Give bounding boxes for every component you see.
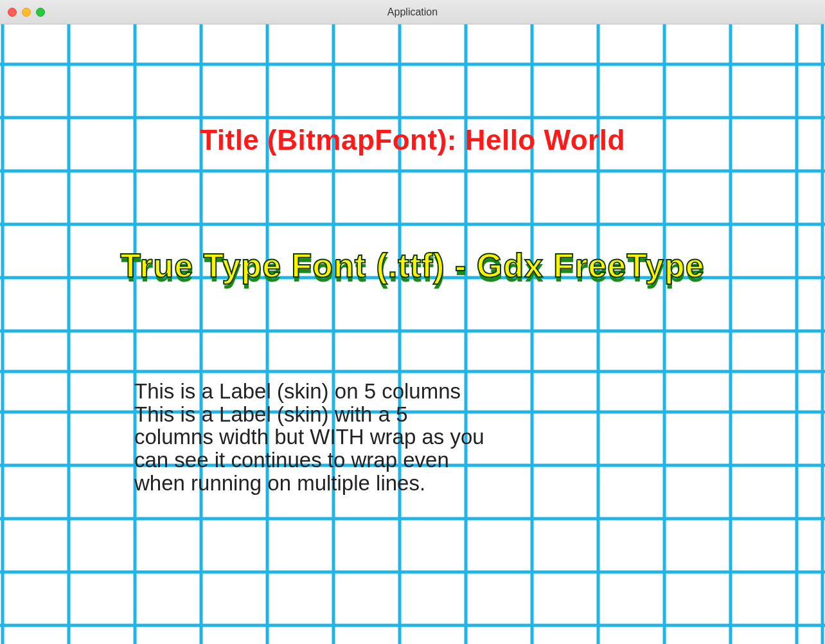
traffic-lights (8, 8, 45, 17)
freetype-font-label: True Type Font (.ttf) - Gdx FreeType Tru… (0, 246, 825, 285)
skin-label-wrap: This is a Label (skin) with a 5 columns … (134, 403, 491, 495)
freetype-foreground: True Type Font (.ttf) - Gdx FreeType (0, 246, 825, 285)
skin-label-block: This is a Label (skin) on 5 columns This… (134, 380, 494, 494)
window-title: Application (0, 6, 825, 18)
stage: Title (BitmapFont): Hello World True Typ… (0, 24, 825, 644)
titlebar[interactable]: Application (0, 0, 825, 24)
content-area: Title (BitmapFont): Hello World True Typ… (0, 24, 825, 644)
maximize-icon[interactable] (36, 8, 45, 17)
skin-label-nowrap: This is a Label (skin) on 5 columns (134, 380, 494, 403)
app-window: Application (0, 0, 825, 644)
bitmap-font-title: Title (BitmapFont): Hello World (0, 124, 825, 156)
close-icon[interactable] (8, 8, 17, 17)
minimize-icon[interactable] (22, 8, 31, 17)
